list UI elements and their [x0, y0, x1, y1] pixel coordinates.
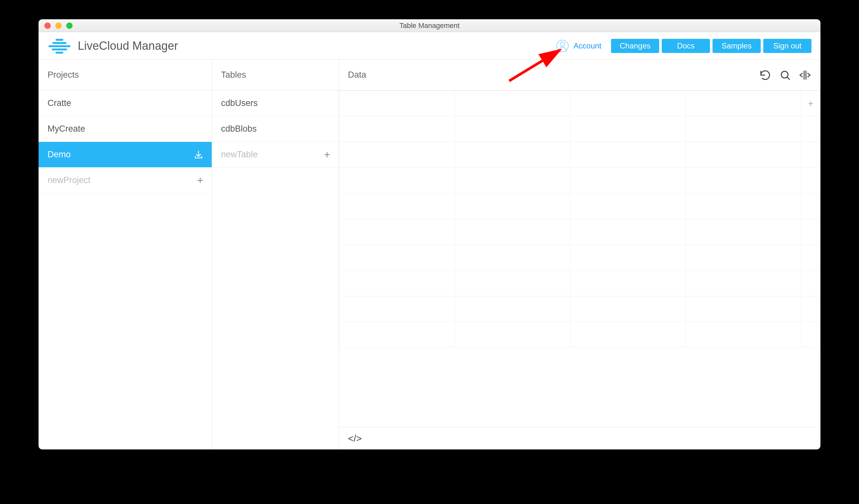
- account-link[interactable]: Account: [573, 42, 601, 50]
- data-grid: + </>: [339, 91, 820, 450]
- data-cell[interactable]: [570, 296, 686, 322]
- project-row[interactable]: Cratte: [39, 91, 212, 116]
- data-footer: </>: [339, 427, 820, 450]
- tables-header: Tables: [212, 60, 338, 91]
- table-row[interactable]: cdbUsers: [212, 91, 338, 116]
- add-column-cell: [801, 271, 820, 296]
- project-row-selected[interactable]: Demo: [39, 142, 212, 168]
- signout-button[interactable]: Sign out: [763, 39, 812, 53]
- data-cell[interactable]: [685, 168, 801, 193]
- data-cell[interactable]: [570, 245, 686, 271]
- account-icon[interactable]: [556, 40, 569, 52]
- data-cell[interactable]: [455, 219, 570, 245]
- add-column-cell: [801, 322, 820, 348]
- projects-header: Projects: [39, 60, 212, 91]
- data-column: Data: [339, 60, 820, 450]
- app-window: Table Management LiveCloud Manager: [39, 19, 820, 450]
- data-title: Data: [348, 70, 366, 80]
- data-cell[interactable]: [685, 322, 801, 348]
- projects-list: Cratte MyCreate Demo newProject: [39, 91, 212, 450]
- svg-point-6: [560, 42, 565, 47]
- new-project-placeholder: newProject: [47, 175, 91, 185]
- add-table-icon[interactable]: +: [324, 148, 330, 161]
- project-name: Cratte: [47, 98, 71, 108]
- data-cell[interactable]: [455, 91, 570, 116]
- data-cell[interactable]: [570, 322, 686, 348]
- svg-line-8: [787, 77, 789, 80]
- search-icon[interactable]: [779, 69, 792, 81]
- data-cell[interactable]: [339, 142, 455, 168]
- refresh-icon[interactable]: [759, 69, 772, 81]
- add-column-cell[interactable]: +: [801, 91, 820, 116]
- data-cell[interactable]: [570, 271, 686, 296]
- add-column-cell: [801, 219, 820, 245]
- data-cell[interactable]: [570, 142, 686, 168]
- data-cell[interactable]: [455, 271, 570, 296]
- split-columns-icon[interactable]: [799, 69, 812, 81]
- data-cell[interactable]: [455, 116, 570, 142]
- data-cell[interactable]: [570, 193, 686, 219]
- data-cell[interactable]: [455, 193, 570, 219]
- changes-button[interactable]: Changes: [611, 39, 659, 53]
- data-cell[interactable]: [570, 219, 686, 245]
- livecloud-logo-icon: [47, 38, 71, 54]
- docs-button[interactable]: Docs: [662, 39, 710, 53]
- data-cell[interactable]: [685, 142, 801, 168]
- account-area: Account Changes Docs Samples Sign out: [556, 39, 812, 53]
- app-name: LiveCloud Manager: [78, 39, 178, 53]
- data-cell[interactable]: [685, 193, 801, 219]
- data-cell[interactable]: [339, 91, 455, 116]
- data-cell[interactable]: [570, 116, 686, 142]
- data-grid-scroll[interactable]: +: [339, 91, 820, 427]
- data-cell[interactable]: [455, 168, 570, 193]
- data-toolbar: [366, 69, 812, 81]
- data-cell[interactable]: [339, 219, 455, 245]
- data-cell[interactable]: [339, 193, 455, 219]
- data-cell[interactable]: [339, 245, 455, 271]
- titlebar: Table Management: [39, 19, 820, 32]
- data-cell[interactable]: [339, 271, 455, 296]
- data-cell[interactable]: [685, 91, 801, 116]
- add-column-cell: [801, 168, 820, 193]
- add-column-cell: [801, 193, 820, 219]
- data-cell[interactable]: [685, 271, 801, 296]
- add-column-cell: [801, 116, 820, 142]
- new-project-row[interactable]: newProject +: [39, 168, 212, 193]
- table-name: cdbBlobs: [221, 124, 257, 134]
- data-cell[interactable]: [570, 91, 686, 116]
- add-column-cell: [801, 142, 820, 168]
- data-cell[interactable]: [339, 296, 455, 322]
- data-cell[interactable]: [455, 296, 570, 322]
- code-icon[interactable]: </>: [348, 433, 362, 444]
- new-table-placeholder: newTable: [221, 149, 258, 160]
- data-cell[interactable]: [685, 116, 801, 142]
- new-table-row[interactable]: newTable +: [212, 142, 338, 168]
- data-cell[interactable]: [455, 322, 570, 348]
- tables-list: cdbUsers cdbBlobs newTable +: [212, 91, 338, 450]
- header-buttons: Changes Docs Samples Sign out: [611, 39, 812, 53]
- data-cell[interactable]: [685, 296, 801, 322]
- data-cell[interactable]: [455, 245, 570, 271]
- download-icon[interactable]: [194, 150, 204, 160]
- data-cell[interactable]: [570, 168, 686, 193]
- add-column-cell: [801, 296, 820, 322]
- window-title: Table Management: [39, 21, 820, 30]
- project-row[interactable]: MyCreate: [39, 116, 212, 142]
- main-body: Projects Cratte MyCreate Demo: [39, 60, 820, 450]
- data-cell[interactable]: [339, 168, 455, 193]
- project-name: MyCreate: [47, 124, 85, 134]
- add-project-icon[interactable]: +: [197, 174, 204, 187]
- data-cell[interactable]: [339, 116, 455, 142]
- table-name: cdbUsers: [221, 98, 258, 108]
- data-cell[interactable]: [685, 245, 801, 271]
- data-cell[interactable]: [455, 142, 570, 168]
- data-cell[interactable]: [685, 219, 801, 245]
- samples-button[interactable]: Samples: [712, 39, 761, 53]
- data-header: Data: [339, 60, 820, 91]
- app-header: LiveCloud Manager Account Changes Docs S…: [39, 32, 820, 60]
- data-cell[interactable]: [339, 322, 455, 348]
- add-column-cell: [801, 245, 820, 271]
- table-row[interactable]: cdbBlobs: [212, 116, 338, 142]
- tables-column: Tables cdbUsers cdbBlobs newTable +: [212, 60, 339, 450]
- logo-area: LiveCloud Manager: [47, 38, 178, 54]
